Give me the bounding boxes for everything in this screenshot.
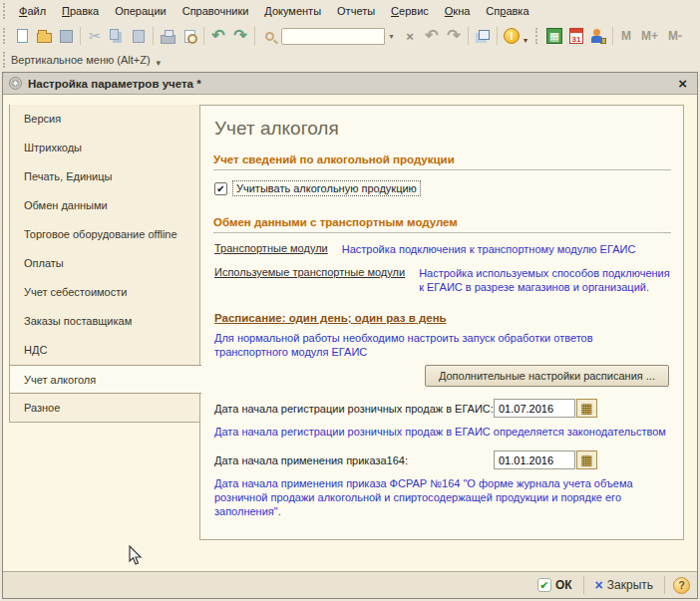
toolbar-separator xyxy=(254,27,255,45)
forward-arrow-icon: ↷ xyxy=(447,28,460,44)
tab-offline-equipment[interactable]: Торговое оборудование offline xyxy=(10,220,199,249)
print-button[interactable] xyxy=(157,25,178,47)
toolbar-separator xyxy=(203,27,204,45)
vertical-menu-label[interactable]: Вертикальное меню (Alt+Z) xyxy=(11,54,151,66)
lock-icon xyxy=(600,38,606,44)
chevron-down-icon: ▾ xyxy=(389,32,393,41)
paste-clipboard-icon xyxy=(133,30,145,43)
info-dropdown-caret-icon[interactable]: ▾ xyxy=(524,36,527,45)
tab-print-units[interactable]: Печать, Единицы xyxy=(10,162,199,191)
open-windows-button[interactable] xyxy=(472,25,494,47)
help-button[interactable]: ? xyxy=(673,577,690,594)
alcohol-checkbox-label[interactable]: Учитывать алкогольную продукцию xyxy=(232,180,421,196)
order164-date-calendar-button[interactable]: ▦ xyxy=(576,451,597,469)
menu-windows[interactable]: Окна xyxy=(437,2,479,20)
memory-m-button[interactable]: M xyxy=(616,29,636,43)
order164-date-input[interactable] xyxy=(494,451,575,469)
users-button[interactable] xyxy=(587,25,609,47)
menu-catalogs[interactable]: Справочники xyxy=(175,2,257,20)
copy-button[interactable] xyxy=(106,25,128,47)
settings-window: Настройка параметров учета * × Версия Шт… xyxy=(2,72,698,599)
new-document-button[interactable] xyxy=(11,25,33,47)
memory-m-plus-button[interactable]: M+ xyxy=(636,29,663,43)
vertical-menu-bar: Вертикальное меню (Alt+Z) ▾ xyxy=(0,50,700,70)
nav-back-button[interactable]: ↶ xyxy=(421,25,443,47)
used-transport-modules-link[interactable]: Используемые транспортные модули xyxy=(214,266,405,294)
menu-operations[interactable]: Операции xyxy=(107,2,174,20)
toolbar-separator xyxy=(612,27,613,45)
checkmark-icon: ✔ xyxy=(216,183,224,194)
order164-date-label: Дата начала применения приказа164: xyxy=(214,454,494,466)
tab-barcodes[interactable]: Штрихкоды xyxy=(10,134,199,162)
footer-separator xyxy=(583,576,584,594)
tab-data-exchange[interactable]: Обмен данными xyxy=(10,191,199,220)
ok-button[interactable]: ✔ ОК xyxy=(530,576,579,594)
menu-help[interactable]: Справка xyxy=(478,2,536,20)
info-button[interactable]: i xyxy=(501,25,523,47)
new-document-icon xyxy=(17,29,28,43)
search-input[interactable] xyxy=(281,28,385,45)
save-disk-icon xyxy=(60,30,73,43)
redo-arrow-icon: ↷ xyxy=(233,28,246,44)
calendar-grid-icon: ▦ xyxy=(580,453,592,466)
toolbar-separator xyxy=(80,27,81,45)
menu-service[interactable]: Сервис xyxy=(383,2,437,20)
close-button[interactable]: × Закрыть xyxy=(588,576,660,594)
footer-separator xyxy=(664,576,665,594)
schedule-note: Для нормальной работы необходимо настрои… xyxy=(214,331,653,359)
nav-forward-button[interactable]: ↷ xyxy=(443,25,465,47)
vertical-menu-caret-icon[interactable]: ▾ xyxy=(157,58,162,68)
advanced-schedule-settings-button[interactable]: Дополнительные настройки расписания ... xyxy=(425,365,669,387)
clear-search-button[interactable]: × xyxy=(399,25,421,47)
toolbar-grip[interactable] xyxy=(3,28,8,44)
menu-file[interactable]: Файл xyxy=(11,2,54,20)
calculator-button[interactable]: ▦ xyxy=(543,25,565,47)
undo-button[interactable]: ↶ xyxy=(207,25,229,47)
open-folder-icon xyxy=(37,33,52,43)
egais-start-date-note: Дата начала регистрации розничных продаж… xyxy=(214,425,671,439)
schedule-link[interactable]: Расписание: один день; один раз в день xyxy=(214,312,447,324)
cut-button[interactable]: ✂ xyxy=(84,25,106,47)
window-titlebar[interactable]: Настройка параметров учета * × xyxy=(3,73,697,95)
menu-documents[interactable]: Документы xyxy=(256,2,329,20)
alcohol-checkbox[interactable]: ✔ xyxy=(214,182,227,195)
calendar-button[interactable]: 31 xyxy=(565,25,587,47)
vertical-menu-grip[interactable] xyxy=(3,52,8,68)
search-button[interactable] xyxy=(258,25,280,47)
order164-note: Дата начала применения приказа ФСРАР №16… xyxy=(214,476,663,518)
tab-misc[interactable]: Разное xyxy=(10,394,199,423)
tab-vat[interactable]: НДС xyxy=(10,336,199,365)
settings-tab-strip: Версия Штрихкоды Печать, Единицы Обмен д… xyxy=(9,105,199,423)
tab-payments[interactable]: Оплаты xyxy=(10,249,199,278)
combo-dropdown-button[interactable]: ▾ xyxy=(385,28,398,45)
transport-modules-link[interactable]: Транспортные модули xyxy=(214,242,328,256)
main-toolbar: ✂ ↶ ↷ ▾ × ↶ ↷ i ▾ ▦ 31 M M+ M- xyxy=(0,22,700,50)
paste-button[interactable] xyxy=(128,25,150,47)
tab-alcohol-accounting[interactable]: Учет алкоголя xyxy=(10,365,201,394)
tab-version[interactable]: Версия xyxy=(10,105,199,134)
window-close-button[interactable]: × xyxy=(674,76,691,91)
save-button[interactable] xyxy=(55,25,77,47)
toolbar-grip-2[interactable] xyxy=(535,28,540,44)
toolbar-separator xyxy=(468,27,469,45)
menu-reports[interactable]: Отчеты xyxy=(329,2,383,20)
open-button[interactable] xyxy=(33,25,55,47)
calculator-icon: ▦ xyxy=(546,28,562,44)
redo-button[interactable]: ↷ xyxy=(229,25,251,47)
tab-supplier-orders[interactable]: Заказы поставщикам xyxy=(10,307,199,336)
menubar-grip[interactable] xyxy=(3,3,8,19)
copy-icon xyxy=(110,29,119,40)
window-body: Версия Штрихкоды Печать, Единицы Обмен д… xyxy=(3,95,697,571)
memory-m-minus-button[interactable]: M- xyxy=(663,29,687,43)
page-title: Учет алкоголя xyxy=(214,118,671,140)
search-magnifier-icon xyxy=(265,32,274,41)
toolbar-separator xyxy=(153,27,154,45)
tab-cost-accounting[interactable]: Учет себестоимости xyxy=(10,278,199,307)
egais-start-date-calendar-button[interactable]: ▦ xyxy=(576,399,597,418)
print-preview-button[interactable] xyxy=(178,25,200,47)
user-lock-icon xyxy=(591,29,605,44)
menu-edit[interactable]: Правка xyxy=(54,2,107,20)
section-header-transport-module: Обмен данными с транспортным модулем xyxy=(213,216,671,233)
printer-icon xyxy=(161,35,175,44)
egais-start-date-input[interactable] xyxy=(494,399,575,418)
